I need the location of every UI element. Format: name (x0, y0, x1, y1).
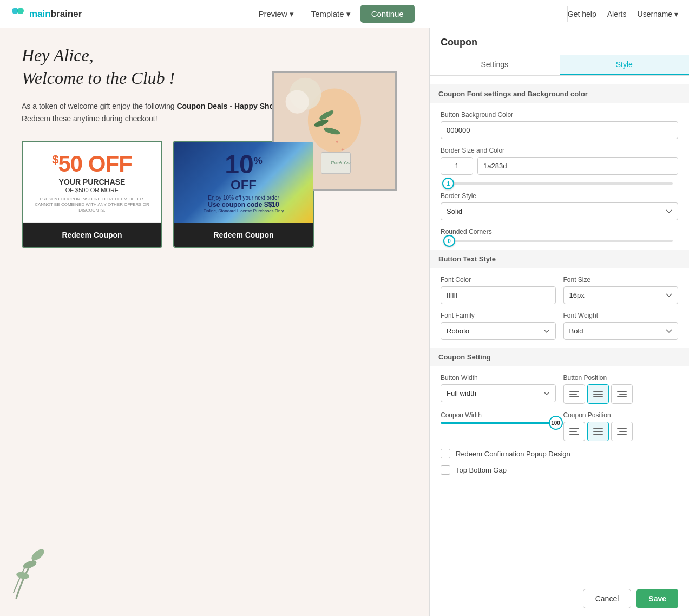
coupon2-percent: 10% (225, 152, 262, 178)
coupon-width-track: 100 (441, 422, 556, 424)
btn-align-right[interactable] (611, 384, 633, 404)
top-bottom-gap-row: Top Bottom Gap (441, 465, 678, 475)
font-size-label: Font Size (563, 276, 679, 284)
font-family-col: Font Family RobotoArialGeorgiaVerdana (441, 312, 556, 340)
btn-width-select[interactable]: Full widthAuto50%75% (441, 384, 556, 402)
field-font-family-weight: Font Family RobotoArialGeorgiaVerdana Fo… (441, 312, 678, 340)
rounded-slider-container: 0 (441, 240, 678, 242)
border-size-color-label: Border Size and Color (441, 147, 678, 154)
coupon-align-right[interactable] (611, 422, 633, 441)
coupon2-redeem-button[interactable]: Redeem Coupon (174, 223, 313, 247)
preview-button[interactable]: Preview ▾ (251, 5, 301, 23)
font-color-input[interactable] (441, 286, 556, 304)
svg-point-10 (342, 148, 344, 150)
border-size-row (441, 157, 678, 175)
border-slider-track: 1 (446, 182, 673, 185)
alerts-link[interactable]: Alerts (607, 10, 627, 18)
btn-width-col: Button Width Full widthAuto50%75% (441, 374, 556, 404)
redeem-popup-row: Redeem Confirmation Popup Design (441, 449, 678, 458)
btn-align-left[interactable] (563, 384, 585, 404)
svg-point-9 (336, 141, 338, 143)
logo: mainbrainer (11, 6, 82, 22)
coupon1-image: $50 OFF YOUR PURCHASE OF $500 OR MORE PR… (23, 142, 161, 223)
svg-point-5 (286, 90, 309, 113)
coupon2-sub: Enjoy 10% off your next order (208, 195, 279, 201)
section-font-bg: Coupon Font settings and Background colo… (430, 84, 689, 103)
svg-point-15 (30, 549, 46, 562)
field-border-style: Border Style SolidDashedDottedNone (441, 192, 678, 220)
font-weight-col: Font Weight NormalBoldLight (563, 312, 679, 340)
svg-point-17 (16, 571, 30, 580)
main-container: Thank You Hey Alice, Welcome to the Club… (0, 28, 689, 616)
cancel-button[interactable]: Cancel (583, 589, 632, 608)
username-button[interactable]: Username ▾ (638, 10, 678, 18)
border-style-select[interactable]: SolidDashedDottedNone (441, 202, 678, 220)
deco-bottom (11, 549, 54, 605)
nav-center: Preview ▾ Template ▾ Continue (98, 5, 567, 23)
btn-align-center[interactable] (587, 384, 609, 404)
btn-width-label: Button Width (441, 374, 556, 382)
border-slider-container: 1 (441, 182, 678, 185)
coupon2-image: 10% OFF Enjoy 10% off your next order Us… (174, 142, 313, 223)
coupon1-fine: PRESENT COUPON INSTORE TO REDEEM OFFER. … (23, 196, 161, 213)
save-button[interactable]: Save (636, 589, 678, 608)
btn-bg-color-label: Button Background Color (441, 111, 678, 119)
top-bottom-gap-label: Top Bottom Gap (456, 466, 507, 474)
coupon-width-row: 100 (441, 422, 556, 424)
coupon-card-1: $50 OFF YOUR PURCHASE OF $500 OR MORE PR… (22, 141, 162, 248)
coupon2-fine: Online, Standard License Purchases Only (204, 208, 284, 213)
btn-bg-color-input[interactable] (441, 121, 678, 139)
border-style-label: Border Style (441, 192, 678, 200)
logo-icon (11, 6, 26, 22)
coupon1-redeem-button[interactable]: Redeem Coupon (23, 223, 161, 247)
redeem-popup-checkbox[interactable] (441, 449, 450, 458)
continue-button[interactable]: Continue (360, 5, 415, 23)
coupon-align-left[interactable] (563, 422, 585, 441)
font-color-col: Font Color (441, 276, 556, 304)
rounded-corners-label: Rounded Corners (441, 228, 678, 235)
field-border-size-color: Border Size and Color (441, 147, 678, 175)
right-panel: Coupon Settings Style Coupon Font settin… (429, 28, 689, 616)
font-color-label: Font Color (441, 276, 556, 284)
top-nav: mainbrainer Preview ▾ Template ▾ Continu… (0, 0, 689, 28)
coupon1-of: OF $500 OR MORE (65, 187, 119, 193)
tab-style[interactable]: Style (560, 55, 690, 75)
font-family-select[interactable]: RobotoArialGeorgiaVerdana (441, 322, 556, 340)
panel-content: Coupon Font settings and Background colo… (430, 76, 689, 581)
rounded-slider-track: 0 (446, 240, 673, 242)
coupon-width-label: Coupon Width (441, 411, 556, 419)
font-weight-select[interactable]: NormalBoldLight (563, 322, 679, 340)
panel-title: Coupon (441, 37, 477, 48)
panel-header: Coupon (430, 28, 689, 48)
top-bottom-gap-checkbox[interactable] (441, 465, 450, 475)
template-button[interactable]: Template ▾ (304, 5, 358, 23)
coupon-width-col: Coupon Width 100 (441, 411, 556, 441)
coupon-position-label: Coupon Position (563, 411, 679, 419)
font-weight-label: Font Weight (563, 312, 679, 319)
btn-position-col: Button Position (563, 374, 679, 404)
get-help-link[interactable]: Get help (568, 10, 596, 18)
redeem-popup-label: Redeem Confirmation Popup Design (456, 450, 570, 458)
field-coupon-width-position: Coupon Width 100 Coupon Position (441, 411, 678, 441)
coupon-align-center[interactable] (587, 422, 609, 441)
btn-position-label: Button Position (563, 374, 679, 382)
panel-tabs: Settings Style (430, 55, 689, 76)
btn-position-group (563, 384, 679, 404)
coupon-card-2: 10% OFF Enjoy 10% off your next order Us… (173, 141, 314, 248)
preview-area: Thank You Hey Alice, Welcome to the Club… (0, 28, 429, 616)
logo-text: mainbrainer (29, 9, 82, 19)
border-color-input[interactable] (477, 157, 678, 175)
border-slider-thumb[interactable]: 1 (442, 178, 454, 189)
rounded-slider-thumb[interactable]: 0 (443, 235, 455, 247)
field-font-color-size: Font Color Font Size 12px14px16px18px20p… (441, 276, 678, 304)
coupon1-price: $50 OFF (52, 151, 132, 177)
font-size-col: Font Size 12px14px16px18px20px (563, 276, 679, 304)
section-coupon-setting: Coupon Setting (430, 348, 689, 366)
border-size-input[interactable] (441, 157, 473, 175)
tab-settings[interactable]: Settings (430, 55, 560, 75)
field-rounded-corners: Rounded Corners 0 (441, 228, 678, 242)
section-text-style: Button Text Style (430, 250, 689, 268)
font-size-select[interactable]: 12px14px16px18px20px (563, 286, 679, 304)
font-family-label: Font Family (441, 312, 556, 319)
coupon-width-thumb[interactable]: 100 (549, 416, 563, 430)
